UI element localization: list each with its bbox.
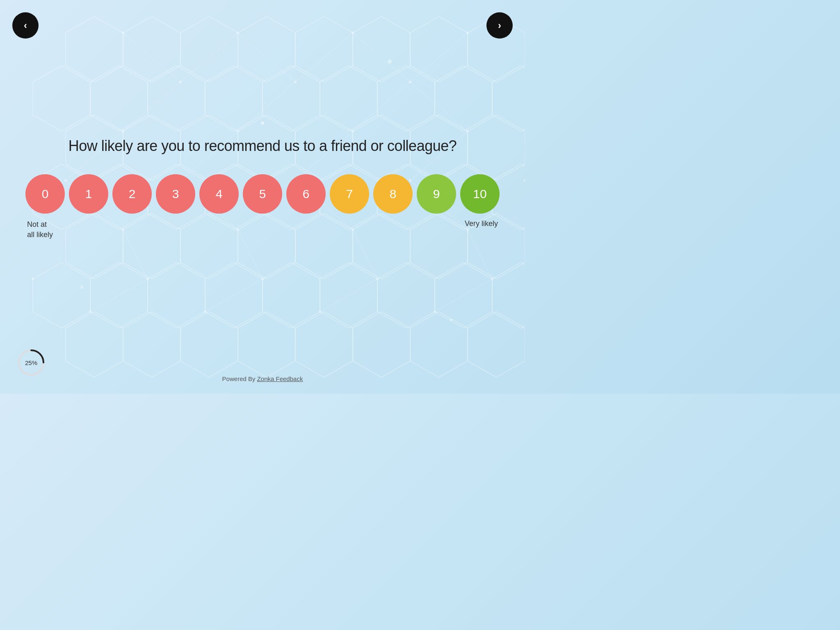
progress-indicator: 25%: [16, 348, 46, 377]
nps-button-0[interactable]: 0: [25, 174, 65, 214]
svg-marker-44: [148, 262, 205, 328]
svg-line-93: [410, 33, 468, 82]
nps-button-10[interactable]: 10: [460, 174, 500, 214]
svg-line-97: [410, 82, 468, 131]
svg-point-79: [32, 278, 34, 280]
svg-point-61: [352, 32, 354, 34]
survey-content: How likely are you to recommend us to a …: [0, 137, 525, 240]
brand-link[interactable]: Zonka Feedback: [257, 375, 303, 382]
nps-button-5[interactable]: 5: [243, 174, 282, 214]
svg-point-83: [491, 278, 493, 280]
svg-marker-50: [492, 262, 525, 328]
powered-by-text: Powered By: [222, 375, 257, 382]
svg-marker-11: [205, 66, 262, 131]
svg-marker-57: [410, 312, 468, 377]
svg-marker-53: [180, 312, 238, 377]
svg-marker-4: [295, 16, 353, 82]
nps-button-8[interactable]: 8: [373, 174, 413, 214]
chevron-left-icon: ‹: [24, 20, 27, 31]
svg-point-60: [237, 32, 239, 34]
svg-marker-46: [262, 262, 320, 328]
question-title: How likely are you to recommend us to a …: [68, 137, 457, 155]
svg-point-82: [376, 278, 379, 280]
svg-marker-1: [123, 16, 180, 82]
svg-point-63: [179, 81, 182, 83]
label-very-likely: Very likely: [465, 219, 498, 240]
svg-marker-2: [180, 16, 238, 82]
svg-marker-3: [238, 16, 295, 82]
svg-line-113: [435, 279, 492, 312]
svg-marker-13: [320, 66, 377, 131]
nps-labels: Not atall likely Very likely: [25, 219, 500, 240]
svg-point-81: [261, 278, 264, 280]
footer: Powered By Zonka Feedback: [222, 375, 303, 382]
svg-marker-16: [492, 66, 525, 131]
svg-marker-10: [148, 66, 205, 131]
svg-marker-0: [66, 16, 123, 82]
svg-marker-6: [410, 16, 468, 82]
svg-point-59: [122, 32, 124, 34]
svg-point-67: [237, 130, 239, 132]
svg-line-91: [295, 33, 353, 82]
prev-button[interactable]: ‹: [12, 12, 39, 39]
svg-point-87: [434, 310, 436, 313]
svg-point-116: [80, 285, 84, 289]
next-button[interactable]: ›: [486, 12, 513, 39]
nps-button-6[interactable]: 6: [286, 174, 326, 214]
svg-line-96: [353, 82, 410, 131]
svg-point-114: [261, 121, 264, 125]
svg-line-92: [353, 33, 410, 82]
svg-marker-47: [320, 262, 377, 328]
svg-point-80: [146, 278, 149, 280]
chevron-right-icon: ›: [498, 20, 501, 31]
svg-point-85: [204, 310, 206, 313]
svg-marker-12: [262, 66, 320, 131]
svg-line-94: [123, 82, 180, 131]
svg-point-115: [388, 59, 392, 64]
nps-button-2[interactable]: 2: [112, 174, 152, 214]
nps-button-7[interactable]: 7: [330, 174, 369, 214]
svg-point-84: [89, 310, 91, 313]
svg-point-64: [294, 81, 297, 83]
svg-line-111: [205, 279, 262, 312]
svg-marker-52: [123, 312, 180, 377]
svg-line-95: [238, 82, 295, 131]
svg-line-89: [180, 33, 238, 82]
svg-line-90: [238, 33, 295, 82]
svg-marker-51: [66, 312, 123, 377]
svg-point-65: [409, 81, 411, 83]
svg-marker-8: [33, 66, 90, 131]
svg-line-88: [123, 33, 180, 82]
nps-button-3[interactable]: 3: [156, 174, 195, 214]
svg-marker-49: [435, 262, 492, 328]
svg-marker-14: [377, 66, 435, 131]
svg-marker-9: [90, 66, 148, 131]
progress-text: 25%: [25, 359, 37, 366]
svg-point-66: [122, 130, 124, 132]
svg-marker-48: [377, 262, 435, 328]
svg-point-117: [450, 319, 452, 321]
nps-button-4[interactable]: 4: [199, 174, 239, 214]
svg-marker-56: [353, 312, 410, 377]
nps-button-1[interactable]: 1: [69, 174, 108, 214]
svg-marker-5: [353, 16, 410, 82]
svg-marker-15: [435, 66, 492, 131]
svg-line-112: [320, 279, 377, 312]
nps-buttons-row: 012345678910: [25, 174, 500, 214]
svg-marker-42: [33, 262, 90, 328]
svg-line-110: [90, 279, 148, 312]
svg-point-86: [319, 310, 321, 313]
svg-point-62: [466, 32, 469, 34]
svg-marker-45: [205, 262, 262, 328]
label-not-at-all: Not atall likely: [27, 219, 53, 240]
svg-point-68: [352, 130, 354, 132]
svg-marker-58: [468, 312, 525, 377]
nps-scale: 012345678910 Not atall likely Very likel…: [25, 174, 500, 240]
nps-button-9[interactable]: 9: [417, 174, 456, 214]
svg-marker-43: [90, 262, 148, 328]
svg-point-69: [466, 130, 469, 132]
svg-marker-55: [295, 312, 353, 377]
svg-marker-54: [238, 312, 295, 377]
